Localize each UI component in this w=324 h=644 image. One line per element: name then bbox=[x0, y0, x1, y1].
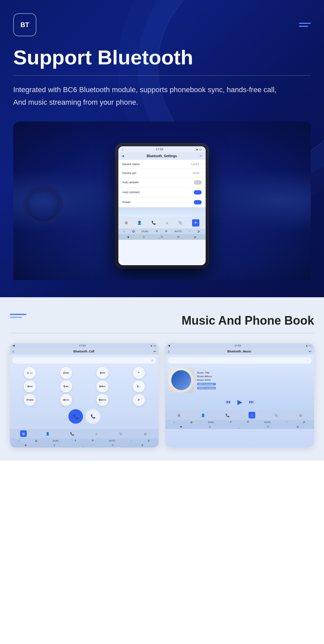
screen-value-device-pin: 0000 bbox=[193, 171, 199, 175]
chevron-icon-2: › bbox=[201, 171, 202, 174]
call-fan[interactable]: ~ bbox=[131, 439, 132, 442]
grid-icon[interactable]: ⊞ bbox=[125, 221, 128, 225]
dial-0[interactable]: 0 - bbox=[133, 380, 145, 392]
auto-answer-toggle[interactable] bbox=[194, 180, 202, 185]
music-recycle[interactable]: ♻ bbox=[247, 421, 249, 423]
redial-button[interactable]: 📞 bbox=[86, 409, 100, 424]
screen-row-auto-answer[interactable]: Auto answer bbox=[118, 178, 206, 188]
dial-2[interactable]: 2ABC bbox=[60, 367, 72, 379]
call-temp: 0 bbox=[54, 444, 55, 447]
play-button[interactable]: ▶ bbox=[237, 398, 242, 406]
music-contact-icon[interactable]: 👤 bbox=[200, 412, 206, 418]
phone-icon[interactable]: 📞 bbox=[151, 221, 156, 225]
call-seat[interactable]: ⊡ bbox=[112, 444, 114, 447]
dial-4[interactable]: 4GHI bbox=[24, 380, 36, 392]
back-ctrl[interactable]: ◀ bbox=[127, 235, 129, 238]
dial-8[interactable]: 8TUV bbox=[60, 394, 72, 406]
call-search-bar[interactable]: ✕ bbox=[13, 357, 156, 364]
dial-5[interactable]: 5JKL bbox=[60, 380, 72, 392]
call-time: 17:53 bbox=[79, 344, 86, 347]
music-car-controls: ⌂ ⏻ DUAL ❄ ♻ AUTO ~ 🔊 bbox=[165, 420, 314, 424]
music-fan[interactable]: ~ bbox=[286, 421, 287, 423]
next-button[interactable]: ⏭ bbox=[249, 399, 254, 405]
call-target-icon[interactable]: ◎ bbox=[142, 430, 148, 437]
call-vol[interactable]: 🔊 bbox=[147, 439, 150, 442]
eye-icon-active[interactable]: 👁 bbox=[192, 219, 199, 227]
music-home-icon[interactable]: ⌂ bbox=[168, 350, 170, 353]
dial-9[interactable]: 9WXYZ bbox=[97, 394, 108, 406]
music-home-ctrl[interactable]: ⌂ bbox=[174, 421, 175, 423]
vol-ctrl[interactable]: 🔊 bbox=[197, 230, 201, 233]
answer-button[interactable]: 📞 bbox=[68, 409, 83, 424]
music-back-ctrl[interactable]: ◀ bbox=[180, 425, 182, 428]
music-target-icon[interactable]: ◎ bbox=[297, 412, 304, 418]
call-close-icon[interactable]: ↩ bbox=[153, 350, 156, 353]
music-album: Music Album bbox=[197, 375, 216, 378]
music-note-active[interactable]: ♫ bbox=[249, 412, 255, 418]
dial-6[interactable]: 6MNO bbox=[97, 380, 108, 392]
dial-star[interactable]: * bbox=[133, 367, 145, 379]
screen-nav-title: Bluetooth_Settings bbox=[147, 154, 177, 158]
music-phone-icon[interactable]: 📞 bbox=[224, 412, 231, 418]
screen-row-power[interactable]: Power bbox=[118, 197, 206, 207]
call-back-icon[interactable]: ◀ bbox=[13, 344, 15, 347]
call-car-controls: ⌂ ⏻ DUAL ❄ ♻ AUTO ~ 🔊 bbox=[10, 438, 159, 443]
power-ctrl[interactable]: ⏻ bbox=[132, 230, 135, 233]
call-back-ctrl[interactable]: ◀ bbox=[24, 444, 26, 447]
music-power-ctrl[interactable]: ⏻ bbox=[190, 421, 193, 423]
bt-logo: BT bbox=[13, 13, 36, 36]
call-dual: DUAL bbox=[53, 439, 59, 442]
recycle-ctrl[interactable]: ♻ bbox=[165, 230, 167, 233]
auto-connect-toggle[interactable] bbox=[194, 190, 202, 195]
music-snow[interactable]: ❄ bbox=[230, 421, 232, 423]
call-contact-icon[interactable]: 👤 bbox=[44, 430, 51, 437]
prev-button[interactable]: ⏮ bbox=[225, 399, 231, 405]
home-ctrl[interactable]: ⌂ bbox=[123, 230, 125, 233]
album-art bbox=[168, 367, 194, 393]
music-fan2: _ bbox=[238, 425, 239, 428]
screen-car-controls-2: ◀ 0 _🌬 ⊡ 🔊 bbox=[118, 234, 206, 240]
dial-hash[interactable]: # bbox=[133, 394, 145, 406]
dial-1[interactable]: 1 — bbox=[24, 367, 36, 379]
dial-3[interactable]: 3DEF bbox=[97, 367, 108, 379]
fan-level: _🌬 bbox=[159, 235, 163, 238]
seat-ctrl[interactable]: ⊡ bbox=[177, 235, 180, 238]
call-recycle[interactable]: ♻ bbox=[92, 439, 94, 442]
music-back-icon[interactable]: ◀ bbox=[168, 344, 170, 347]
music-icon[interactable]: ♫ bbox=[166, 221, 168, 225]
call-car-controls-2: ◀ 0 _ ⊡ 🔊 bbox=[10, 443, 159, 447]
music-seat[interactable]: ⊡ bbox=[267, 425, 269, 428]
music-grid-icon[interactable]: ⊞ bbox=[176, 412, 182, 418]
music-vol[interactable]: 🔊 bbox=[303, 421, 306, 423]
call-music-icon[interactable]: ♫ bbox=[93, 430, 100, 437]
screen-close-icon[interactable]: ↩ bbox=[200, 154, 202, 158]
power-toggle[interactable] bbox=[194, 200, 202, 204]
screen-car-controls: ⌂ ⏻ DUAL ❄ ♻ AUTO ~ 🔊 bbox=[118, 229, 206, 234]
menu-button[interactable] bbox=[299, 23, 311, 27]
music-note-icon[interactable]: ♪ bbox=[307, 359, 309, 362]
music-search-bar[interactable]: ♪ bbox=[168, 357, 311, 364]
dial-7[interactable]: 7PQRS bbox=[24, 394, 36, 406]
call-vol2[interactable]: 🔊 bbox=[141, 444, 144, 447]
snowflake-ctrl[interactable]: ❄ bbox=[156, 230, 158, 233]
search-clear-icon[interactable]: ✕ bbox=[151, 359, 153, 362]
music-clip-icon[interactable]: 📎 bbox=[273, 412, 279, 418]
screen-row-auto-connect[interactable]: Auto connect bbox=[118, 188, 206, 197]
call-grid-icon[interactable]: ⊞ bbox=[20, 430, 27, 437]
call-home-icon[interactable]: ⌂ bbox=[13, 350, 14, 353]
call-action-buttons: 📞 📞 bbox=[13, 409, 156, 424]
contact-icon[interactable]: 👤 bbox=[137, 221, 142, 225]
call-power-ctrl[interactable]: ⏻ bbox=[35, 439, 37, 442]
call-clip-icon[interactable]: 📎 bbox=[117, 430, 124, 437]
screen-back-icon[interactable]: ◀ bbox=[122, 154, 124, 158]
fan-ctrl[interactable]: ~ bbox=[189, 230, 190, 233]
clip-icon[interactable]: 📎 bbox=[178, 221, 182, 225]
vol2-ctrl[interactable]: 🔊 bbox=[194, 235, 197, 238]
music-close-icon[interactable]: ↩ bbox=[309, 350, 311, 353]
screen-label-auto-answer: Auto answer bbox=[122, 181, 139, 184]
music-vol2[interactable]: 🔊 bbox=[297, 425, 300, 428]
music-nav: ⌂ Bluetooth_Music ↩ bbox=[165, 348, 314, 355]
call-phone-icon[interactable]: 📞 bbox=[69, 430, 75, 437]
call-snow[interactable]: ❄ bbox=[74, 439, 76, 442]
call-home-ctrl[interactable]: ⌂ bbox=[18, 439, 20, 442]
